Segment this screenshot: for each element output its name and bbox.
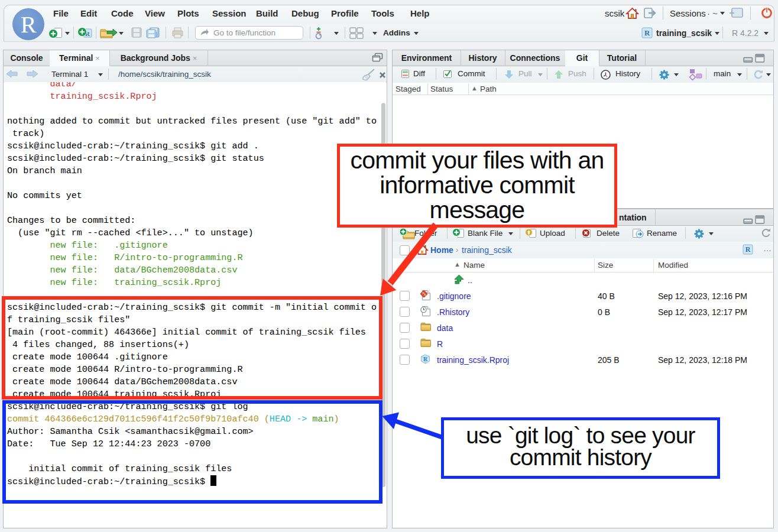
svg-text:R: R [423,356,428,362]
svg-text:R: R [644,29,650,37]
svg-text:R: R [745,245,751,254]
